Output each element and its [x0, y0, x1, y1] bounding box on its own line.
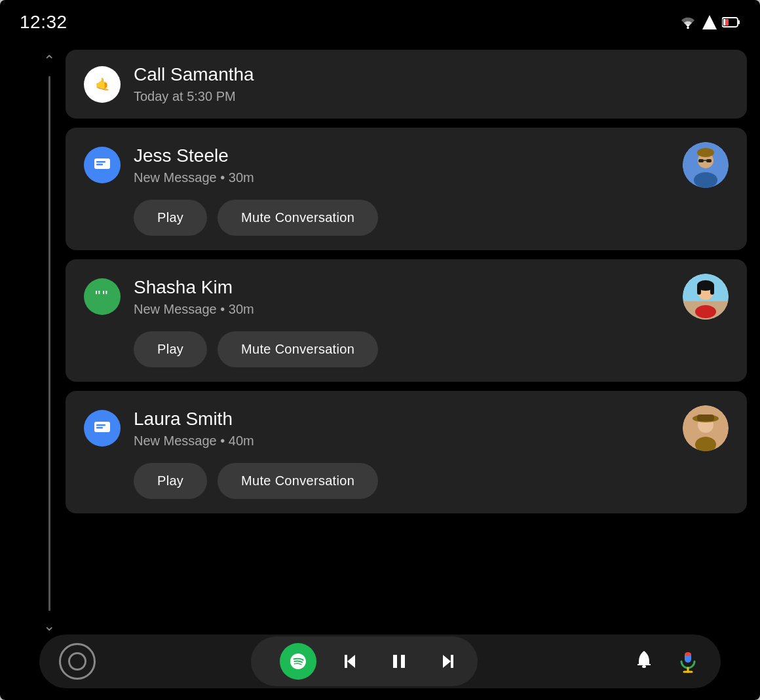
svg-rect-37 [393, 655, 397, 668]
svg-rect-14 [698, 159, 704, 162]
notification-subtitle-laura: New Message • 40m [134, 433, 672, 449]
mute-button-jess[interactable]: Mute Conversation [218, 200, 378, 236]
notification-title-call-samantha: Call Samantha [134, 64, 729, 85]
svg-rect-15 [706, 159, 712, 162]
notification-title-shasha: Shasha Kim [134, 277, 672, 298]
status-bar: 12:32 [0, 0, 760, 39]
svg-rect-43 [685, 652, 691, 656]
avatar-laura [683, 405, 729, 451]
next-button[interactable] [433, 647, 462, 676]
svg-rect-36 [345, 655, 347, 668]
svg-point-13 [694, 172, 717, 188]
battery-icon [722, 15, 740, 29]
notification-subtitle-jess: New Message • 30m [134, 170, 672, 185]
notification-card-laura-smith[interactable]: Laura Smith New Message • 40m [66, 391, 747, 513]
bottom-nav-bar [39, 635, 721, 688]
notification-card-jess-steele[interactable]: Jess Steele New Message • 30m [66, 128, 747, 250]
svg-rect-25 [697, 286, 701, 295]
svg-point-23 [695, 305, 716, 318]
svg-marker-35 [347, 655, 355, 668]
scroll-down-button[interactable]: ⌄ [43, 617, 55, 635]
svg-text:🤙: 🤙 [95, 76, 111, 91]
svg-rect-9 [96, 161, 105, 163]
notification-card-shasha-kim[interactable]: " " Shasha Kim New Message • 30m [66, 259, 747, 382]
pause-button[interactable] [385, 647, 413, 676]
media-controls [251, 636, 478, 686]
svg-rect-3 [738, 20, 740, 24]
scroll-area: ⌃ ⌄ [39, 39, 59, 648]
status-time: 12:32 [20, 12, 67, 33]
svg-rect-5 [723, 19, 725, 26]
notification-list: 🤙 Call Samantha Today at 5:30 PM [66, 39, 747, 628]
home-button[interactable] [59, 643, 96, 680]
avatar-shasha [683, 274, 729, 320]
app-icon-quotes-shasha: " " [84, 278, 121, 315]
svg-rect-40 [451, 655, 453, 668]
app-icon-reminder: 🤙 [84, 66, 121, 103]
svg-point-17 [697, 148, 714, 157]
app-icon-message-jess [84, 147, 121, 183]
mute-button-laura[interactable]: Mute Conversation [218, 463, 378, 499]
spotify-button[interactable] [280, 643, 316, 680]
signal-icon [702, 15, 717, 29]
svg-text:": " [95, 287, 101, 305]
status-icons [679, 15, 740, 29]
wifi-icon [679, 15, 697, 29]
notification-card-call-samantha[interactable]: 🤙 Call Samantha Today at 5:30 PM [66, 50, 747, 119]
notification-text-laura: Laura Smith New Message • 40m [134, 409, 672, 449]
device-frame: 12:32 ⌃ ⌄ [0, 0, 760, 700]
svg-point-41 [642, 665, 646, 668]
avatar-jess [683, 142, 729, 188]
notification-title-laura: Laura Smith [134, 409, 672, 430]
notification-subtitle-call-samantha: Today at 5:30 PM [134, 89, 729, 104]
svg-marker-1 [702, 15, 717, 29]
notification-subtitle-shasha: New Message • 30m [134, 302, 672, 317]
svg-marker-39 [443, 655, 451, 668]
svg-rect-38 [401, 655, 405, 668]
svg-point-0 [687, 27, 689, 29]
play-button-shasha[interactable]: Play [134, 331, 207, 367]
bell-button[interactable] [633, 648, 655, 675]
scroll-up-button[interactable]: ⌃ [43, 52, 55, 69]
notification-text-jess: Jess Steele New Message • 30m [134, 145, 672, 185]
app-icon-message-laura [84, 410, 121, 447]
action-buttons-jess: Play Mute Conversation [84, 200, 729, 236]
notification-text-shasha: Shasha Kim New Message • 30m [134, 277, 672, 317]
microphone-button[interactable] [675, 648, 701, 674]
play-button-laura[interactable]: Play [134, 463, 207, 499]
mute-button-shasha[interactable]: Mute Conversation [218, 331, 378, 367]
svg-text:": " [102, 287, 108, 305]
svg-rect-26 [710, 286, 714, 295]
play-button-jess[interactable]: Play [134, 200, 207, 236]
scroll-track [48, 76, 50, 611]
previous-button[interactable] [336, 647, 365, 676]
svg-rect-10 [96, 164, 103, 166]
svg-rect-28 [96, 424, 105, 426]
notification-text-call-samantha: Call Samantha Today at 5:30 PM [134, 64, 729, 104]
svg-rect-34 [697, 414, 714, 421]
right-nav-section [633, 648, 701, 675]
action-buttons-shasha: Play Mute Conversation [84, 331, 729, 367]
action-buttons-laura: Play Mute Conversation [84, 463, 729, 499]
svg-rect-29 [96, 427, 103, 429]
notification-title-jess: Jess Steele [134, 145, 672, 166]
